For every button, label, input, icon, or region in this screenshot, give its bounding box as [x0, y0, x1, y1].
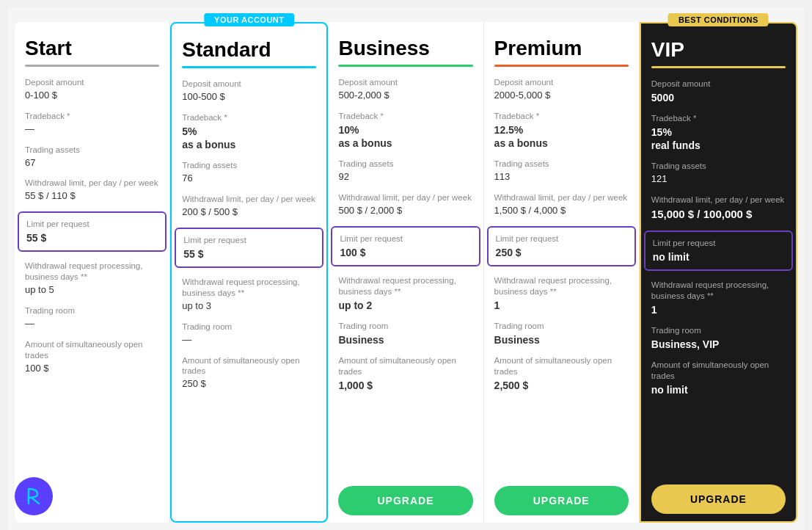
withdrawal-processing-row-vip: Withdrawal request processing, business …: [651, 280, 786, 316]
deposit-row-vip: Deposit amount 5000: [651, 79, 786, 104]
limit-request-value-premium: 250 $: [496, 246, 627, 259]
plan-title-vip: VIP: [651, 38, 786, 62]
assets-row-premium: Trading assets 113: [494, 159, 629, 184]
trading-room-row-start: Trading room —: [25, 305, 159, 330]
deposit-label-premium: Deposit amount: [494, 77, 629, 88]
plan-col-business: Business Deposit amount 500-2,000 $ Trad…: [328, 22, 483, 523]
withdrawal-limit-value-standard: 200 $ / 500 $: [182, 206, 316, 219]
deposit-row-standard: Deposit amount 100-500 $: [182, 79, 316, 104]
deposit-label-vip: Deposit amount: [651, 79, 786, 90]
assets-value-business: 92: [338, 171, 472, 184]
tradeback-label-vip: Tradeback *: [651, 113, 786, 124]
tradeback-label-standard: Tradeback *: [182, 112, 316, 123]
tradeback-extra-vip: real funds: [651, 139, 786, 152]
plan-divider-business: [338, 65, 472, 67]
limit-request-label-premium: Limit per request: [496, 233, 627, 244]
limit-request-value-start: 55 $: [26, 231, 158, 244]
upgrade-button-premium[interactable]: UPGRADE: [494, 486, 629, 515]
tradeback-label-premium: Tradeback *: [494, 111, 629, 122]
limit-request-label-standard: Limit per request: [183, 235, 315, 246]
limit-request-value-business: 100 $: [340, 246, 471, 259]
tradeback-row-business: Tradeback * 10% as a bonus: [338, 111, 472, 150]
tradeback-extra-standard: as a bonus: [182, 138, 316, 151]
plan-divider-standard: [182, 66, 316, 68]
withdrawal-limit-value-business: 500 $ / 2,000 $: [338, 205, 472, 217]
trading-room-value-vip: Business, VIP: [651, 338, 786, 351]
withdrawal-processing-label-vip: Withdrawal request processing, business …: [651, 280, 786, 302]
withdrawal-processing-row-business: Withdrawal request processing, business …: [338, 275, 472, 312]
trading-room-label-standard: Trading room: [182, 322, 316, 333]
plan-badge-standard: YOUR ACCOUNT: [204, 13, 294, 26]
tradeback-value-vip: 15%: [651, 126, 786, 139]
tradeback-value-premium: 12.5%: [494, 123, 629, 137]
open-trades-row-start: Amount of simultaneously open trades 100…: [25, 339, 159, 375]
withdrawal-limit-value-start: 55 $ / 110 $: [25, 190, 159, 203]
withdrawal-limit-label-vip: Withdrawal limit, per day / per week: [651, 195, 786, 206]
plan-col-premium: Premium Deposit amount 2000-5,000 $ Trad…: [484, 22, 640, 523]
withdrawal-processing-label-premium: Withdrawal request processing, business …: [494, 275, 629, 297]
trading-room-label-start: Trading room: [25, 305, 159, 316]
assets-row-vip: Trading assets 121: [651, 161, 786, 186]
trading-room-label-premium: Trading room: [494, 321, 629, 332]
withdrawal-limit-label-start: Withdrawal limit, per day / per week: [25, 178, 159, 189]
deposit-label-standard: Deposit amount: [182, 79, 316, 90]
limit-request-row-premium: Limit per request 250 $: [487, 226, 636, 266]
limit-request-row-standard: Limit per request 55 $: [175, 228, 323, 268]
tradeback-label-business: Tradeback *: [338, 111, 472, 122]
withdrawal-processing-row-start: Withdrawal request processing, business …: [25, 261, 159, 297]
tradeback-row-vip: Tradeback * 15% real funds: [651, 113, 786, 152]
plan-divider-start: [25, 65, 159, 67]
open-trades-row-business: Amount of simultaneously open trades 1,0…: [338, 355, 472, 392]
assets-row-standard: Trading assets 76: [182, 160, 316, 185]
trading-room-row-business: Trading room Business: [338, 321, 472, 346]
tradeback-value-standard: 5%: [182, 125, 316, 138]
withdrawal-processing-label-business: Withdrawal request processing, business …: [338, 275, 472, 297]
pricing-container: Start Deposit amount 0-100 $ Tradeback *…: [7, 7, 805, 530]
upgrade-button-vip[interactable]: UPGRADE: [651, 484, 786, 514]
limit-request-row-business: Limit per request 100 $: [331, 226, 480, 266]
trading-room-value-premium: Business: [494, 333, 629, 346]
plan-title-business: Business: [338, 37, 472, 60]
trading-room-row-vip: Trading room Business, VIP: [651, 325, 786, 351]
limit-request-row-vip: Limit per request no limit: [644, 230, 793, 271]
assets-label-start: Trading assets: [25, 145, 159, 156]
deposit-row-business: Deposit amount 500-2,000 $: [338, 77, 472, 102]
assets-label-premium: Trading assets: [494, 159, 629, 170]
open-trades-value-vip: no limit: [651, 383, 786, 396]
deposit-row-premium: Deposit amount 2000-5,000 $: [494, 77, 629, 102]
deposit-value-business: 500-2,000 $: [338, 90, 472, 102]
upgrade-button-business[interactable]: UPGRADE: [338, 486, 472, 515]
limit-request-label-business: Limit per request: [340, 233, 471, 244]
open-trades-label-premium: Amount of simultaneously open trades: [494, 355, 629, 377]
withdrawal-limit-row-standard: Withdrawal limit, per day / per week 200…: [182, 194, 316, 219]
tradeback-value-start: —: [25, 123, 159, 136]
assets-value-start: 67: [25, 157, 159, 170]
trading-room-value-start: —: [25, 318, 159, 330]
open-trades-row-standard: Amount of simultaneously open trades 250…: [182, 355, 316, 391]
assets-label-vip: Trading assets: [651, 161, 786, 172]
withdrawal-limit-row-vip: Withdrawal limit, per day / per week 15,…: [651, 195, 786, 221]
assets-label-business: Trading assets: [338, 159, 472, 170]
tradeback-row-start: Tradeback * —: [25, 111, 159, 136]
assets-value-standard: 76: [182, 173, 316, 185]
trading-room-value-standard: —: [182, 334, 316, 346]
limit-request-label-start: Limit per request: [26, 219, 158, 230]
assets-value-premium: 113: [494, 171, 629, 184]
deposit-label-business: Deposit amount: [338, 77, 472, 88]
plan-divider-premium: [494, 65, 629, 67]
tradeback-extra-premium: as a bonus: [494, 137, 629, 150]
withdrawal-processing-row-premium: Withdrawal request processing, business …: [494, 275, 629, 312]
tradeback-extra-business: as a bonus: [338, 137, 472, 150]
limit-request-value-standard: 55 $: [183, 247, 315, 261]
open-trades-value-start: 100 $: [25, 363, 159, 375]
withdrawal-processing-value-start: up to 5: [25, 284, 159, 297]
deposit-value-standard: 100-500 $: [182, 91, 316, 104]
tradeback-label-start: Tradeback *: [25, 111, 159, 122]
plan-col-start: Start Deposit amount 0-100 $ Tradeback *…: [15, 22, 170, 523]
open-trades-label-start: Amount of simultaneously open trades: [25, 339, 159, 361]
plan-divider-vip: [651, 66, 786, 68]
logo-icon[interactable]: [15, 477, 53, 515]
plan-badge-vip: BEST CONDITIONS: [668, 13, 769, 26]
deposit-value-premium: 2000-5,000 $: [494, 90, 629, 102]
tradeback-value-business: 10%: [338, 123, 472, 137]
